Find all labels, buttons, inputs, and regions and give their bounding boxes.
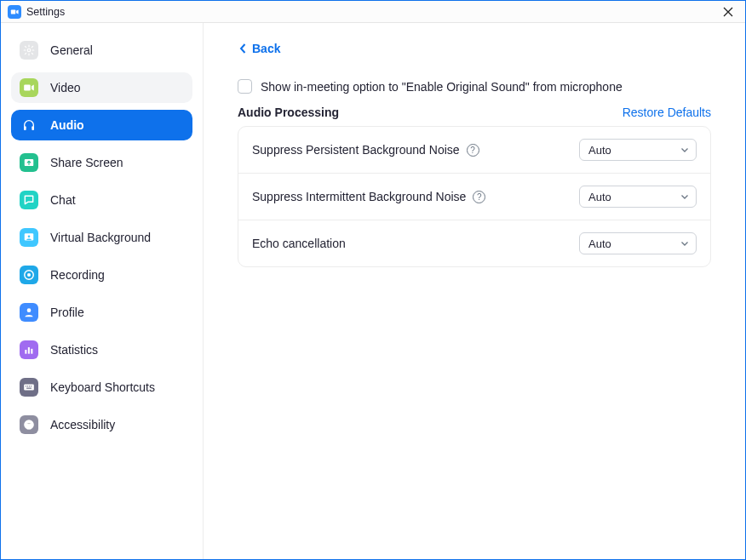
sidebar-item-label: Virtual Background	[50, 231, 151, 244]
keyboard-icon	[20, 378, 38, 397]
svg-point-1	[27, 49, 31, 52]
close-icon	[723, 7, 733, 17]
svg-point-9	[27, 273, 31, 277]
sidebar-item-label: Audio	[50, 118, 84, 132]
record-icon	[20, 266, 38, 284]
svg-rect-12	[28, 347, 30, 354]
select-value: Auto	[588, 237, 611, 250]
original-sound-label: Show in-meeting option to "Enable Origin…	[261, 80, 623, 94]
gear-icon	[20, 41, 38, 60]
audio-setting-row: Suppress Intermittent Background Noise?A…	[238, 173, 710, 220]
svg-rect-18	[31, 386, 32, 386]
help-icon[interactable]: ?	[467, 144, 479, 157]
sidebar-item-label: General	[50, 43, 93, 57]
select-value: Auto	[588, 144, 611, 157]
chevron-down-icon	[680, 146, 689, 154]
sidebar-item-label: Share Screen	[50, 156, 123, 169]
sidebar-item-video[interactable]: Video	[11, 72, 192, 103]
sidebar-item-label: Video	[50, 81, 81, 94]
sidebar-item-virtual-background[interactable]: Virtual Background	[11, 222, 192, 253]
content: Back Show in-meeting option to "Enable O…	[204, 23, 745, 559]
original-sound-checkbox[interactable]	[238, 79, 252, 94]
setting-label: Echo cancellation	[252, 237, 346, 250]
svg-rect-4	[32, 126, 34, 130]
back-label: Back	[252, 42, 280, 55]
close-button[interactable]	[718, 2, 738, 22]
section-title: Audio Processing	[238, 106, 339, 119]
restore-defaults-link[interactable]: Restore Defaults	[623, 106, 711, 119]
sidebar-item-accessibility[interactable]: Accessibility	[11, 409, 192, 440]
chevron-down-icon	[680, 239, 689, 248]
svg-point-7	[28, 235, 31, 237]
share-icon	[20, 153, 38, 172]
sidebar-item-label: Accessibility	[50, 418, 115, 431]
svg-rect-16	[27, 386, 28, 386]
back-button[interactable]: Back	[239, 42, 711, 55]
svg-rect-11	[25, 350, 26, 354]
audio-setting-row: Echo cancellationAuto	[238, 220, 710, 266]
svg-point-10	[27, 308, 32, 312]
svg-point-21	[28, 421, 30, 423]
select-value: Auto	[588, 191, 611, 203]
svg-rect-13	[31, 349, 32, 354]
body: GeneralVideoAudioShare ScreenChatVirtual…	[1, 23, 745, 559]
video-icon	[20, 78, 38, 97]
sidebar-item-audio[interactable]: Audio	[11, 110, 192, 140]
sidebar-item-recording[interactable]: Recording	[11, 260, 192, 290]
help-icon[interactable]: ?	[473, 191, 485, 203]
chevron-left-icon	[239, 43, 247, 54]
setting-select[interactable]: Auto	[579, 232, 697, 254]
svg-rect-17	[29, 386, 30, 386]
sidebar-item-label: Profile	[50, 306, 84, 319]
svg-rect-3	[24, 126, 26, 130]
vbg-icon	[20, 228, 38, 247]
sidebar-item-keyboard-shortcuts[interactable]: Keyboard Shortcuts	[11, 372, 192, 403]
setting-select[interactable]: Auto	[579, 139, 697, 161]
sidebar-item-share-screen[interactable]: Share Screen	[11, 147, 192, 178]
original-sound-row: Show in-meeting option to "Enable Origin…	[238, 79, 711, 94]
chevron-down-icon	[680, 192, 689, 201]
profile-icon	[20, 303, 38, 322]
sidebar: GeneralVideoAudioShare ScreenChatVirtual…	[1, 23, 204, 559]
sidebar-item-general[interactable]: General	[11, 35, 192, 66]
sidebar-item-statistics[interactable]: Statistics	[11, 334, 192, 365]
svg-rect-19	[26, 388, 32, 389]
sidebar-item-label: Statistics	[50, 343, 98, 357]
sidebar-item-label: Chat	[50, 193, 76, 207]
sidebar-item-label: Recording	[50, 268, 105, 282]
svg-rect-14	[24, 385, 34, 391]
stats-icon	[20, 340, 38, 359]
a11y-icon	[20, 415, 38, 434]
section-header: Audio Processing Restore Defaults	[238, 106, 711, 119]
sidebar-item-profile[interactable]: Profile	[11, 297, 192, 328]
svg-rect-15	[26, 386, 26, 386]
chat-icon	[20, 191, 38, 209]
audio-processing-panel: Suppress Persistent Background Noise?Aut…	[238, 126, 711, 267]
titlebar: Settings	[1, 1, 745, 23]
svg-rect-2	[24, 85, 31, 91]
setting-label: Suppress Persistent Background Noise	[252, 143, 460, 157]
sidebar-item-label: Keyboard Shortcuts	[50, 380, 155, 394]
audio-setting-row: Suppress Persistent Background Noise?Aut…	[238, 127, 710, 173]
svg-rect-0	[11, 9, 15, 14]
settings-window: Settings GeneralVideoAudioShare ScreenCh…	[0, 0, 746, 560]
app-icon	[8, 5, 21, 19]
setting-label: Suppress Intermittent Background Noise	[252, 190, 466, 203]
setting-select[interactable]: Auto	[579, 186, 697, 208]
sidebar-item-chat[interactable]: Chat	[11, 185, 192, 215]
headphones-icon	[20, 116, 38, 134]
window-title: Settings	[26, 6, 65, 18]
